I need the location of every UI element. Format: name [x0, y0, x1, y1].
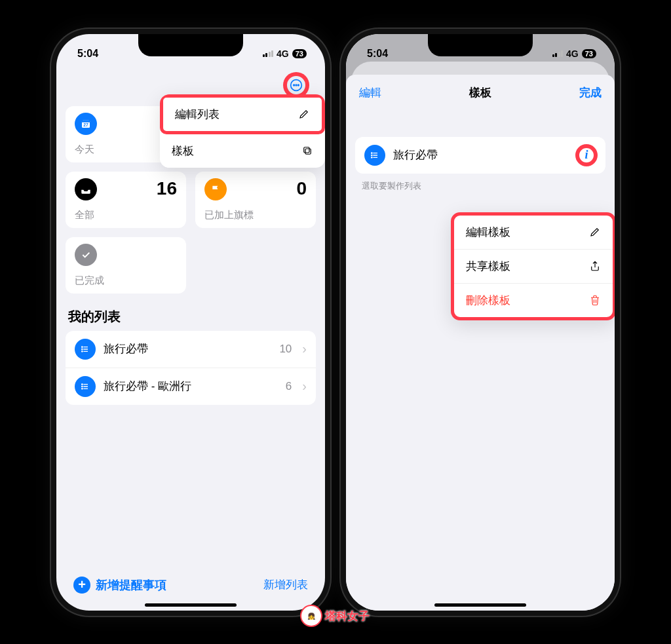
network-label: 4G — [277, 48, 289, 59]
battery-icon: 73 — [292, 49, 307, 58]
phone-left: 5:04 4G 73 編輯列表 樣板 — [50, 28, 332, 617]
screen-left: 5:04 4G 73 編輯列表 樣板 — [56, 34, 325, 611]
watermark: 👧 塔科女子 — [301, 606, 370, 626]
pencil-icon — [589, 226, 601, 238]
signal-icon — [263, 50, 274, 57]
svg-point-25 — [372, 155, 372, 155]
trash-icon — [589, 294, 601, 306]
svg-rect-5 — [304, 147, 309, 153]
card-completed[interactable]: 已完成 — [66, 237, 186, 294]
list-item-count: 6 — [286, 380, 292, 393]
svg-point-14 — [82, 350, 83, 351]
share-icon — [589, 260, 601, 272]
status-right: 4G 73 — [552, 48, 596, 59]
plus-circle-icon: + — [73, 577, 90, 594]
status-time: 5:04 — [77, 48, 98, 60]
menu-item-label: 共享樣板 — [466, 259, 510, 274]
copy-icon — [301, 145, 313, 157]
card-count: 0 — [296, 178, 307, 199]
new-reminder-button[interactable]: + 新增提醒事項 — [73, 577, 166, 594]
svg-point-1 — [294, 85, 295, 86]
flag-icon — [204, 178, 227, 200]
svg-point-13 — [82, 349, 83, 349]
svg-point-24 — [372, 153, 372, 153]
list-item[interactable]: 旅行必帶 - 歐洲行 6 › — [66, 368, 316, 405]
battery-level: 73 — [582, 49, 596, 58]
status-time: 5:04 — [367, 48, 388, 60]
home-indicator[interactable] — [434, 603, 526, 607]
network-label: 4G — [566, 48, 579, 59]
svg-point-26 — [372, 157, 372, 157]
chevron-right-icon: › — [302, 379, 307, 394]
menu-item-label: 編輯列表 — [175, 107, 220, 122]
list-bullet-icon — [75, 339, 96, 360]
svg-text:27: 27 — [83, 122, 88, 126]
phone-right: 5:04 4G 73 編輯 樣板 完成 旅行必帶 i — [339, 28, 621, 617]
template-name: 旅行必帶 — [393, 147, 569, 162]
list-item-label: 旅行必帶 — [104, 341, 271, 356]
menu-item-templates[interactable]: 樣板 — [160, 134, 325, 168]
edit-button[interactable]: 編輯 — [359, 85, 381, 100]
menu-item-label: 編輯樣板 — [466, 225, 510, 240]
status-right: 4G 73 — [263, 48, 307, 59]
svg-point-18 — [82, 384, 83, 385]
menu-item-share-template[interactable]: 共享樣板 — [454, 250, 613, 284]
card-label: 全部 — [75, 209, 177, 221]
battery-level: 73 — [292, 49, 307, 58]
svg-point-20 — [82, 388, 83, 388]
card-label: 已完成 — [75, 275, 177, 287]
calendar-icon: 27 — [75, 113, 97, 135]
list-bullet-icon — [75, 376, 96, 397]
svg-point-12 — [82, 347, 83, 347]
pencil-icon — [298, 108, 310, 120]
ellipsis-circle-icon — [290, 79, 303, 92]
list-item-label: 旅行必帶 - 歐洲行 — [104, 379, 278, 394]
card-label: 已加上旗標 — [204, 209, 307, 221]
section-header-my-lists: 我的列表 — [68, 308, 313, 326]
my-lists: 旅行必帶 10 › 旅行必帶 - 歐洲行 6 › — [66, 331, 316, 405]
more-context-menu: 編輯列表 樣板 — [160, 94, 325, 168]
list-item[interactable]: 旅行必帶 10 › — [66, 331, 316, 368]
home-indicator[interactable] — [145, 603, 237, 607]
watermark-label: 塔科女子 — [325, 609, 370, 624]
info-button[interactable]: i — [577, 145, 596, 165]
notch — [428, 34, 533, 56]
signal-icon — [552, 50, 564, 57]
sheet-title: 樣板 — [469, 85, 491, 100]
template-hint: 選取要製作列表 — [346, 174, 615, 199]
card-count: 16 — [157, 178, 177, 199]
bottom-toolbar: + 新增提醒事項 新增列表 — [56, 577, 325, 594]
svg-rect-4 — [305, 149, 311, 154]
template-context-menu: 編輯樣板 共享樣板 刪除樣板 — [451, 212, 615, 320]
battery-icon: 73 — [582, 49, 596, 58]
watermark-avatar-icon: 👧 — [301, 606, 321, 626]
card-flagged[interactable]: 0 已加上旗標 — [195, 172, 316, 228]
notch — [138, 34, 243, 56]
svg-point-3 — [298, 85, 299, 86]
svg-point-2 — [296, 85, 297, 86]
template-row[interactable]: 旅行必帶 i — [355, 137, 605, 174]
check-icon — [75, 244, 97, 266]
card-all[interactable]: 16 全部 — [66, 172, 186, 228]
menu-item-edit-list[interactable]: 編輯列表 — [160, 94, 325, 134]
list-bullet-icon — [364, 145, 385, 166]
menu-item-label: 樣板 — [172, 143, 194, 159]
svg-point-19 — [82, 386, 83, 387]
screen-right: 5:04 4G 73 編輯 樣板 完成 旅行必帶 i — [346, 34, 615, 611]
new-reminder-label: 新增提醒事項 — [96, 577, 166, 593]
chevron-right-icon: › — [302, 341, 307, 356]
more-menu-button[interactable] — [284, 73, 308, 97]
done-button[interactable]: 完成 — [579, 85, 602, 100]
list-item-count: 10 — [279, 343, 292, 356]
templates-sheet: 編輯 樣板 完成 旅行必帶 i 選取要製作列表 編輯樣板 共享樣板 — [346, 75, 615, 611]
menu-item-delete-template[interactable]: 刪除樣板 — [454, 284, 613, 317]
menu-item-edit-template[interactable]: 編輯樣板 — [454, 216, 613, 250]
new-list-button[interactable]: 新增列表 — [263, 577, 308, 592]
menu-item-label: 刪除樣板 — [466, 293, 510, 308]
sheet-header: 編輯 樣板 完成 — [346, 75, 615, 111]
tray-icon — [75, 178, 97, 200]
